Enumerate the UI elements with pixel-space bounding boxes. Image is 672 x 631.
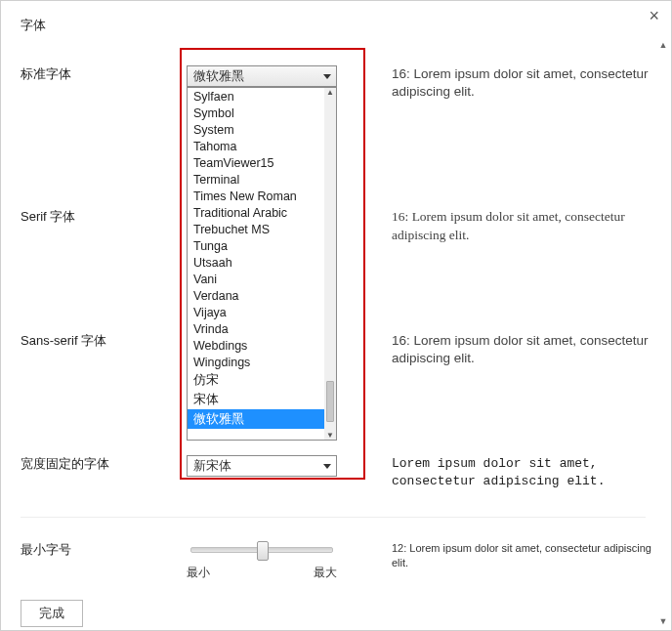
font-option[interactable]: Verdana [188,287,324,304]
slider-min-label: 最小 [187,565,210,581]
scroll-down-icon[interactable] [657,616,669,626]
font-option[interactable]: Webdings [188,337,324,354]
fixed-font-label: 宽度固定的字体 [21,455,187,473]
sans-font-preview: 16: Lorem ipsum dolor sit amet, consecte… [372,332,663,367]
done-button[interactable]: 完成 [21,600,83,627]
dialog-title: 字体 [21,17,663,34]
slider-max-label: 最大 [314,565,337,581]
font-option[interactable]: Vani [188,271,324,287]
min-size-preview: 12: Lorem ipsum dolor sit amet, consecte… [372,541,663,570]
font-option[interactable]: Vijaya [188,304,324,320]
font-option[interactable]: 宋体 [188,390,324,409]
row-fixed-font: 宽度固定的字体 新宋体 Lorem ipsum dolor sit amet, … [21,367,663,489]
font-dropdown-list[interactable]: SylfaenSymbolSystemTahomaTeamViewer15Ter… [187,87,337,441]
font-option[interactable]: Traditional Arabic [188,204,324,221]
font-option[interactable]: System [188,121,324,138]
row-sans-font: Sans-serif 字体 16: Lorem ipsum dolor sit … [21,244,663,367]
font-option[interactable]: Sylfaen [188,88,324,105]
dialog-scrollbar[interactable] [657,40,669,626]
scroll-up-icon[interactable] [657,40,669,50]
font-option[interactable]: Tunga [188,237,324,254]
serif-font-preview: 16: Lorem ipsum dolor sit amet, consecte… [372,208,663,243]
dropdown-scrollbar-thumb[interactable] [326,381,334,422]
font-option[interactable]: Symbol [188,105,324,121]
font-option[interactable]: 仿宋 [188,370,324,390]
standard-font-select[interactable]: 微软雅黑 [187,65,337,87]
standard-font-preview: 16: Lorem ipsum dolor sit amet, consecte… [372,65,663,101]
row-min-font-size: 最小字号 最小 最大 12: Lorem ipsum dolor sit ame… [21,518,663,580]
font-option[interactable]: Vrinda [188,320,324,337]
fixed-font-selected: 新宋体 [193,459,231,473]
font-option[interactable]: Terminal [188,171,324,188]
font-option[interactable]: Utsaah [188,254,324,271]
font-option[interactable]: 微软雅黑 [188,409,324,429]
font-option[interactable]: Trebuchet MS [188,221,324,237]
slider-thumb[interactable] [257,541,269,561]
min-size-label: 最小字号 [21,541,187,559]
font-option[interactable]: TeamViewer15 [188,154,324,171]
min-size-slider[interactable]: 最小 最大 [187,541,337,580]
font-settings-dialog: × 字体 标准字体 微软雅黑 SylfaenSymbolSystemTahoma… [0,0,672,631]
standard-font-label: 标准字体 [21,65,187,83]
fixed-font-select[interactable]: 新宋体 [187,455,337,477]
fixed-font-preview: Lorem ipsum dolor sit amet, consectetur … [372,455,663,489]
dropdown-scrollbar[interactable] [324,88,336,440]
row-serif-font: Serif 字体 16: Lorem ipsum dolor sit amet,… [21,101,663,243]
row-standard-font: 标准字体 微软雅黑 SylfaenSymbolSystemTahomaTeamV… [21,42,663,101]
sans-font-label: Sans-serif 字体 [21,332,187,350]
font-option[interactable]: Times New Roman [188,188,324,204]
font-option[interactable]: Tahoma [188,138,324,154]
serif-font-label: Serif 字体 [21,208,187,226]
close-icon[interactable]: × [649,7,659,24]
font-option[interactable]: Wingdings [188,354,324,370]
standard-font-selected: 微软雅黑 [193,69,244,83]
